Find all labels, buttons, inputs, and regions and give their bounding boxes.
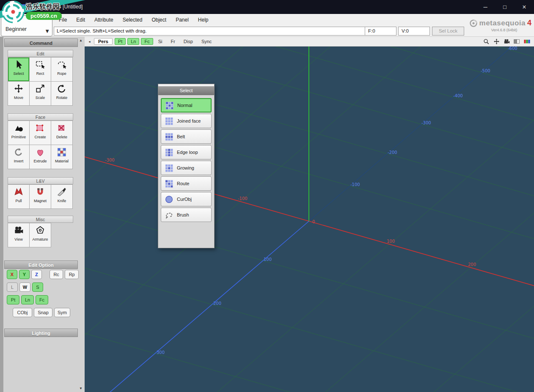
view-mode-tab[interactable]: Pers	[94, 38, 113, 45]
tool-magnet[interactable]: Magnet	[30, 185, 51, 208]
edit-option-l[interactable]: L	[7, 282, 18, 292]
svg-text:0: 0	[312, 219, 315, 224]
viewport-toggle-fc[interactable]: Fc	[141, 38, 153, 45]
select-option-label: CurObj	[177, 197, 192, 202]
select-option-edge-loop[interactable]: Edge loop	[161, 145, 212, 159]
edit-option-x[interactable]: X	[7, 270, 17, 279]
sidebar-scroll-down-icon[interactable]: ▼	[78, 386, 84, 391]
tool-label: Scale	[36, 96, 45, 100]
svg-text:200: 200	[213, 301, 221, 306]
brush-icon	[165, 211, 173, 219]
section-face: FacePrimitiveCreateDeleteInvertExtrudeMa…	[8, 113, 73, 169]
viewport-toggle-disp[interactable]: Disp	[180, 38, 196, 45]
select-option-brush[interactable]: Brush	[161, 208, 212, 222]
menu-selected[interactable]: Selected	[118, 17, 147, 23]
edit-option-z[interactable]: Z	[31, 270, 42, 279]
brand-name: metasequoia	[479, 19, 526, 27]
viewport-toggle-pt[interactable]: Pt	[115, 38, 126, 45]
maximize-button[interactable]: □	[495, 0, 515, 14]
tool-pull[interactable]: Pull	[8, 185, 29, 208]
grid-route-icon	[165, 179, 173, 188]
tool-move[interactable]: Move	[8, 82, 29, 105]
tool-label: Rope	[57, 71, 66, 76]
edit-option-s[interactable]: S	[32, 282, 43, 292]
tool-select[interactable]: Select	[8, 58, 29, 81]
edit-option-snap[interactable]: Snap	[34, 308, 52, 317]
tool-rope[interactable]: Rope	[51, 58, 72, 81]
knife-icon	[56, 186, 67, 197]
tool-rotate[interactable]: Rotate	[51, 82, 72, 105]
tool-extrude[interactable]: Extrude	[30, 145, 51, 169]
tool-create[interactable]: Create	[30, 121, 51, 145]
edit-option-sym[interactable]: Sym	[54, 308, 70, 317]
tool-label: Pull	[15, 199, 22, 203]
select-option-curobj[interactable]: CurObj	[161, 192, 212, 206]
vertex-count-field[interactable]: V:0	[398, 27, 430, 36]
select-option-growing[interactable]: Growing	[161, 161, 212, 175]
grid-joined-icon	[165, 117, 173, 126]
edit-option-y[interactable]: Y	[19, 270, 30, 279]
curobj-icon	[165, 195, 173, 204]
section-header-l-v: L&V	[8, 177, 73, 184]
edit-option-fc[interactable]: Fc	[36, 295, 48, 304]
menu-help[interactable]: Help	[193, 17, 213, 23]
pull-icon	[13, 186, 24, 197]
viewport-toggle-sync[interactable]: Sync	[198, 38, 215, 45]
edit-option-w[interactable]: W	[19, 282, 30, 292]
viewport-toggle-fr[interactable]: Fr	[167, 38, 178, 45]
display-icon[interactable]	[513, 38, 520, 45]
scale-icon	[35, 83, 46, 94]
section-header-face: Face	[8, 113, 73, 121]
tool-knife[interactable]: Knife	[51, 185, 72, 208]
sel-lock-button[interactable]: Sel Lock	[432, 27, 464, 36]
edit-option-ln[interactable]: Ln	[21, 295, 34, 304]
extrude-icon	[35, 147, 46, 158]
viewport-canvas[interactable]: -300-1000100200-600-500-400-300-200-1001…	[85, 47, 534, 392]
tool-material[interactable]: Material	[51, 145, 72, 169]
menu-panel[interactable]: Panel	[171, 17, 193, 23]
select-option-belt[interactable]: Belt	[161, 129, 212, 144]
section-l-v: L&VPullMagnetKnife	[8, 177, 73, 209]
invert-icon	[13, 147, 24, 158]
command-panel-header[interactable]: Command	[4, 38, 78, 47]
viewport-toggle-ln[interactable]: Ln	[127, 38, 139, 45]
tool-view[interactable]: View	[8, 223, 29, 247]
tool-scale[interactable]: Scale	[30, 82, 51, 105]
svg-text:300: 300	[157, 350, 165, 355]
tool-delete[interactable]: Delete	[51, 121, 72, 145]
face-count-field[interactable]: F:0	[365, 27, 396, 36]
viewport-tab-handle-icon[interactable]: ◄	[88, 40, 91, 43]
tool-invert[interactable]: Invert	[8, 145, 29, 169]
minimize-button[interactable]: ─	[476, 0, 495, 14]
sidebar-scroll-up-icon[interactable]: ▲	[78, 38, 84, 43]
edit-option-rp[interactable]: Rp	[65, 270, 79, 279]
select-option-route[interactable]: Route	[161, 176, 212, 191]
tool-label: Delete	[56, 135, 67, 139]
select-dialog-titlebar[interactable]: Select	[158, 86, 214, 95]
svg-text:-100: -100	[238, 196, 248, 201]
menu-object[interactable]: Object	[147, 17, 171, 23]
viewport-grid: -300-1000100200-600-500-400-300-200-1001…	[85, 47, 534, 392]
tool-armature[interactable]: Armature	[30, 223, 51, 247]
zoom-icon[interactable]	[483, 38, 490, 45]
select-option-joined-face[interactable]: Joined face	[161, 114, 212, 128]
edit-option-panel-header[interactable]: Edit Option	[4, 260, 78, 269]
edit-option-cobj[interactable]: CObj	[13, 308, 32, 317]
color-icon[interactable]	[523, 38, 531, 45]
svg-text:-200: -200	[388, 150, 397, 155]
viewport-toggle-si[interactable]: Si	[155, 38, 166, 45]
tool-rect[interactable]: Rect	[30, 58, 51, 81]
hint-text-field[interactable]: L=Select single. Shift+L=Select with dra…	[54, 27, 365, 36]
select-dialog: Select NormalJoined faceBeltEdge loopGro…	[158, 84, 215, 248]
move-icon	[13, 83, 24, 94]
lighting-panel-header[interactable]: Lighting	[4, 329, 78, 337]
pan-icon[interactable]	[493, 38, 500, 45]
tool-label: View	[14, 237, 22, 241]
edit-option-rc[interactable]: Rc	[50, 270, 63, 279]
camera-icon[interactable]	[503, 38, 510, 45]
tool-primitive[interactable]: Primitive	[8, 121, 29, 145]
edit-option-pt[interactable]: Pt	[7, 295, 19, 304]
close-button[interactable]: ×	[515, 0, 534, 14]
tool-label: Armature	[32, 237, 48, 241]
select-option-normal[interactable]: Normal	[161, 98, 212, 112]
